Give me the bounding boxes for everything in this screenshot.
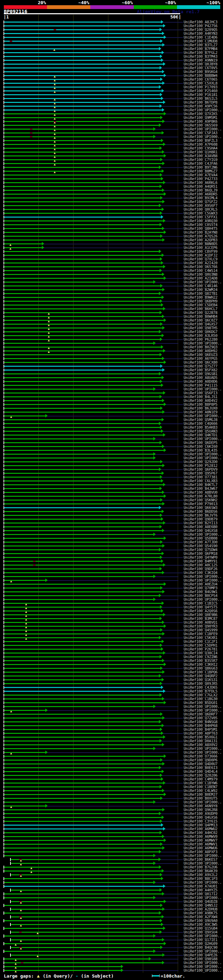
hsp-bar[interactable] [4, 668, 160, 669]
hsp-bar[interactable] [4, 400, 162, 401]
hsp-bar[interactable] [4, 140, 161, 141]
hsp-bar[interactable] [4, 251, 159, 252]
hsp-bar[interactable] [10, 932, 160, 933]
hsp-bar[interactable] [4, 652, 163, 654]
hsp-bar[interactable] [4, 155, 164, 156]
hsp-bar[interactable] [4, 603, 162, 604]
hsp-bar[interactable] [4, 671, 162, 673]
hsp-bar[interactable] [4, 756, 164, 757]
hsp-bar[interactable] [4, 568, 160, 570]
hsp-bar[interactable] [4, 848, 162, 849]
hsp-bar[interactable] [4, 274, 162, 275]
hsp-bar[interactable] [4, 320, 164, 321]
hsp-bar[interactable] [4, 434, 163, 436]
hsp-bar[interactable] [4, 802, 153, 803]
hsp-bar[interactable] [4, 216, 161, 218]
hsp-bar[interactable] [4, 829, 163, 829]
hsp-bar[interactable] [4, 966, 121, 967]
hsp-bar[interactable] [4, 576, 153, 577]
hsp-bar[interactable] [10, 955, 162, 956]
hsp-bar[interactable] [4, 408, 160, 409]
hsp-bar[interactable] [4, 446, 162, 447]
hsp-bar[interactable] [4, 935, 153, 937]
hsp-bar[interactable] [4, 117, 160, 118]
hsp-bar[interactable] [4, 373, 159, 374]
hsp-bar[interactable] [4, 121, 162, 122]
hsp-bar[interactable] [4, 469, 159, 470]
hsp-bar[interactable] [4, 928, 163, 929]
hsp-bar[interactable] [4, 25, 163, 26]
hsp-bar[interactable] [4, 813, 159, 814]
hsp-bar[interactable] [4, 389, 153, 390]
hsp-bar[interactable] [4, 458, 153, 458]
hsp-bar[interactable] [4, 526, 160, 527]
hsp-bar[interactable] [4, 343, 153, 344]
hsp-bar[interactable] [4, 29, 160, 30]
hsp-bar[interactable] [4, 878, 161, 879]
hsp-bar[interactable] [4, 507, 159, 508]
hsp-bar[interactable] [4, 553, 162, 554]
hsp-bar[interactable] [4, 905, 160, 906]
hsp-bar[interactable] [4, 186, 160, 187]
hsp-bar[interactable] [4, 347, 161, 348]
hsp-bar[interactable] [4, 309, 163, 309]
hsp-bar[interactable] [4, 396, 160, 397]
hsp-bar[interactable] [4, 412, 162, 413]
hsp-bar[interactable] [4, 205, 159, 206]
hsp-bar[interactable] [4, 381, 160, 382]
hsp-bar[interactable] [4, 220, 163, 221]
hsp-bar[interactable] [4, 695, 160, 696]
hsp-bar[interactable] [4, 477, 160, 478]
hsp-bar[interactable] [4, 821, 160, 822]
hsp-bar[interactable] [4, 270, 160, 271]
hsp-bar[interactable] [4, 52, 162, 53]
hsp-bar[interactable] [4, 385, 161, 386]
hsp-bar[interactable] [4, 595, 159, 596]
hsp-bar[interactable] [4, 626, 164, 627]
hsp-bar[interactable] [4, 549, 159, 550]
hsp-bar[interactable] [10, 874, 160, 875]
hsp-bar[interactable] [4, 71, 162, 72]
hsp-bar[interactable] [10, 859, 159, 860]
hsp-bar[interactable] [4, 679, 162, 680]
hsp-bar[interactable] [4, 285, 160, 286]
hsp-bar[interactable] [4, 278, 164, 279]
hsp-bar[interactable] [4, 240, 162, 240]
hsp-bar[interactable] [4, 817, 162, 818]
hsp-bar[interactable] [4, 136, 153, 137]
hsp-bar[interactable] [4, 779, 161, 780]
hsp-bar[interactable] [4, 209, 162, 210]
hsp-bar[interactable] [4, 194, 164, 195]
hsp-bar[interactable] [4, 725, 162, 726]
hsp-bar[interactable] [4, 587, 160, 589]
hsp-bar[interactable] [4, 354, 160, 355]
hsp-bar[interactable] [4, 557, 160, 558]
hsp-bar[interactable] [4, 110, 162, 111]
hsp-bar[interactable] [4, 740, 160, 741]
hsp-bar[interactable] [10, 924, 161, 925]
hsp-bar[interactable] [4, 546, 162, 546]
hsp-bar[interactable] [4, 83, 162, 84]
hsp-bar[interactable] [4, 190, 162, 191]
hsp-bar[interactable] [4, 328, 162, 329]
hsp-bar[interactable] [4, 794, 164, 795]
hsp-bar[interactable] [4, 798, 160, 799]
hsp-bar[interactable] [4, 480, 161, 482]
hsp-bar[interactable] [4, 718, 162, 719]
hsp-bar[interactable] [4, 870, 162, 872]
hsp-bar[interactable] [4, 913, 159, 913]
hsp-bar[interactable] [4, 836, 162, 837]
hsp-bar[interactable] [4, 224, 160, 225]
hsp-bar[interactable] [4, 737, 163, 738]
hsp-bar[interactable] [4, 37, 164, 38]
hsp-bar[interactable] [4, 335, 162, 336]
hsp-bar[interactable] [4, 970, 121, 971]
hsp-bar[interactable] [4, 362, 164, 363]
hsp-bar[interactable] [4, 91, 162, 91]
hsp-bar[interactable] [4, 618, 160, 619]
hsp-bar[interactable] [4, 178, 161, 180]
hsp-bar[interactable] [4, 465, 162, 466]
hsp-bar[interactable] [4, 584, 164, 585]
hsp-bar[interactable] [10, 863, 153, 864]
hsp-bar[interactable] [4, 771, 162, 772]
